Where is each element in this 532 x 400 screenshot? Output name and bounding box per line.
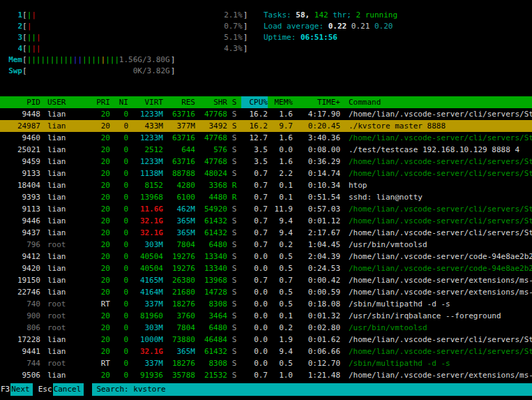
cell-shr: 46484 bbox=[195, 334, 227, 346]
process-row[interactable]: 17228lian2001000M7388046484S0.01.90:01.6… bbox=[0, 334, 532, 346]
column-header-res[interactable]: RES bbox=[163, 96, 195, 108]
column-header-virt[interactable]: VIRT bbox=[128, 96, 163, 108]
cell-mem: 1.0 bbox=[268, 369, 293, 381]
cell-virt: 91936 bbox=[128, 369, 163, 381]
cell-pri: 20 bbox=[89, 227, 110, 239]
cell-mem: 0.5 bbox=[268, 357, 293, 369]
cell-ni: 0 bbox=[110, 168, 128, 179]
cell-cpu: 3.5 bbox=[241, 144, 268, 156]
process-row[interactable]: 9412lian200405041927613340S0.00.52:04.39… bbox=[0, 251, 532, 262]
process-row[interactable]: 9441lian20032.1G365M61432S0.09.40:06.66/… bbox=[0, 346, 532, 357]
process-row[interactable]: 9133lian2001138M8878848024S0.72.20:14.74… bbox=[0, 168, 532, 179]
process-row[interactable]: 22746lian2004164M2168014728S0.00.50:00.5… bbox=[0, 286, 532, 298]
process-row[interactable]: 9459lian2001233M6371647768S3.51.60:36.29… bbox=[0, 156, 532, 168]
cell-ni: 0 bbox=[110, 251, 128, 262]
process-row[interactable]: 9448lian2001233M6371647768S16.21.64:17.9… bbox=[0, 108, 532, 120]
process-row[interactable]: 9113lian20011.6G462M54920S0.711.90:57.03… bbox=[0, 203, 532, 215]
cell-virt: 1138M bbox=[128, 168, 163, 179]
cell-user: lian bbox=[40, 227, 89, 239]
cell-virt: 81960 bbox=[128, 310, 163, 322]
cell-pri: RT bbox=[89, 357, 110, 369]
cell-mem: 0.5 bbox=[268, 286, 293, 298]
uptime-line: Uptime: 06:51:56 bbox=[264, 32, 397, 43]
cell-pid: 9459 bbox=[0, 156, 40, 168]
column-header-user[interactable]: USER bbox=[40, 96, 89, 108]
cell-s: R bbox=[227, 179, 241, 191]
cell-ni: 0 bbox=[110, 215, 128, 227]
column-header-cmd[interactable]: Command bbox=[340, 96, 532, 108]
column-header-mem[interactable]: MEM% bbox=[268, 96, 293, 108]
column-header-time[interactable]: TIME+ bbox=[293, 96, 340, 108]
process-row-selected[interactable]: 24987lian200433M377M3492S16.29.70:20.45.… bbox=[0, 120, 532, 132]
cell-virt: 1000M bbox=[128, 334, 163, 346]
cell-pri: 20 bbox=[89, 251, 110, 262]
process-row[interactable]: 806root200303M78046480S0.00.20:02.80/usr… bbox=[0, 322, 532, 334]
cell-time: 0:00.59 bbox=[293, 286, 340, 298]
cell-virt: 1233M bbox=[128, 156, 163, 168]
process-row[interactable]: 9420lian200405041927613340S0.00.50:24.53… bbox=[0, 262, 532, 274]
cell-ni: 0 bbox=[110, 227, 128, 239]
process-row[interactable]: 744rootRT0337M182768308S0.00.50:12.70/sb… bbox=[0, 357, 532, 369]
cell-s: S bbox=[227, 227, 241, 239]
cell-cmd: /home/lian/.vscode-server/cli/servers/St… bbox=[340, 156, 532, 168]
process-row[interactable]: 19150lian2004165M2638013968S0.70.70:00.4… bbox=[0, 274, 532, 286]
column-header-cpu[interactable]: CPU% bbox=[241, 96, 268, 108]
process-row[interactable]: 25021lian2002512644576S3.50.00:08.00./te… bbox=[0, 144, 532, 156]
column-header-pri[interactable]: PRI bbox=[89, 96, 110, 108]
process-row[interactable]: 9506lian200919363578821532S0.71.01:21.48… bbox=[0, 369, 532, 381]
cell-time: 0:57.03 bbox=[293, 203, 340, 215]
cell-res: 6100 bbox=[163, 191, 195, 203]
process-row[interactable]: 796root200303M78046480S0.70.21:04.45/usr… bbox=[0, 239, 532, 251]
cpu-3-meter-value: 5.1% bbox=[224, 32, 243, 43]
process-row[interactable]: 740rootRT0337M182768308S0.00.50:18.08/sb… bbox=[0, 298, 532, 310]
process-row[interactable]: 9393lian2001396861004480R0.70.10:51.54ss… bbox=[0, 191, 532, 203]
cell-time: 0:51.54 bbox=[293, 191, 340, 203]
process-row[interactable]: 9437lian20032.1G365M61432S0.79.42:17.67/… bbox=[0, 227, 532, 239]
cell-ni: 0 bbox=[110, 334, 128, 346]
cell-mem: 2.2 bbox=[268, 168, 293, 179]
process-row[interactable]: 9460lian2001233M6371647768S12.71.63:40.3… bbox=[0, 132, 532, 144]
cell-shr: 6480 bbox=[195, 322, 227, 334]
fnaction-cancel[interactable]: Cancel bbox=[53, 383, 84, 396]
cell-time: 3:40.36 bbox=[293, 132, 340, 144]
cell-cpu: 12.7 bbox=[241, 132, 268, 144]
fnkey-f3[interactable]: F3 bbox=[0, 383, 10, 396]
search-field[interactable]: Search: kvstore bbox=[92, 383, 532, 396]
cell-cmd: /home/lian/.vscode-server/cli/servers/St… bbox=[340, 334, 532, 346]
cell-user: root bbox=[40, 310, 89, 322]
cell-pri: 20 bbox=[89, 191, 110, 203]
cell-cpu: 0.0 bbox=[241, 322, 268, 334]
cell-user: root bbox=[40, 298, 89, 310]
cell-mem: 1.6 bbox=[268, 108, 293, 120]
table-header: PIDUSERPRINIVIRTRESSHRSCPU%MEM%TIME+Comm… bbox=[0, 96, 532, 108]
process-row[interactable]: 900root2008196037603464S0.00.10:01.32/us… bbox=[0, 310, 532, 322]
cell-virt: 2512 bbox=[128, 144, 163, 156]
meters: 1[||2.1%]2[|0.7%]3[|||5.1%]4[|||4.3%]Mem… bbox=[6, 10, 254, 77]
cell-virt: 4164M bbox=[128, 286, 163, 298]
cell-res: 26380 bbox=[163, 274, 195, 286]
cell-user: lian bbox=[40, 215, 89, 227]
cell-ni: 0 bbox=[110, 262, 128, 274]
cell-pid: 9133 bbox=[0, 168, 40, 179]
load-average-line: Load average: 0.22 0.21 0.20 bbox=[264, 21, 397, 32]
column-header-s[interactable]: S bbox=[227, 96, 241, 108]
cell-virt: 32.1G bbox=[128, 215, 163, 227]
cell-mem: 11.9 bbox=[268, 203, 293, 215]
cell-ni: 0 bbox=[110, 156, 128, 168]
process-row[interactable]: 18404lian200815242803368R0.70.10:10.34ht… bbox=[0, 179, 532, 191]
process-row[interactable]: 9446lian20032.1G365M61432S0.79.40:01.12/… bbox=[0, 215, 532, 227]
cell-res: 63716 bbox=[163, 156, 195, 168]
column-header-shr[interactable]: SHR bbox=[195, 96, 227, 108]
fnaction-next[interactable]: Next bbox=[10, 383, 33, 396]
column-header-ni[interactable]: NI bbox=[110, 96, 128, 108]
cell-pri: 20 bbox=[89, 168, 110, 179]
cell-ni: 0 bbox=[110, 179, 128, 191]
fnkey-esc[interactable]: Esc bbox=[38, 383, 53, 396]
cell-mem: 1.9 bbox=[268, 334, 293, 346]
cell-cmd: /home/lian/.vscode-server/cli/servers/St… bbox=[340, 132, 532, 144]
cell-time: 0:10.34 bbox=[293, 179, 340, 191]
header-area: 1[||2.1%]2[|0.7%]3[|||5.1%]4[|||4.3%]Mem… bbox=[0, 0, 532, 77]
column-header-pid[interactable]: PID bbox=[0, 96, 40, 108]
cell-res: 35788 bbox=[163, 369, 195, 381]
cell-pid: 796 bbox=[0, 239, 40, 251]
